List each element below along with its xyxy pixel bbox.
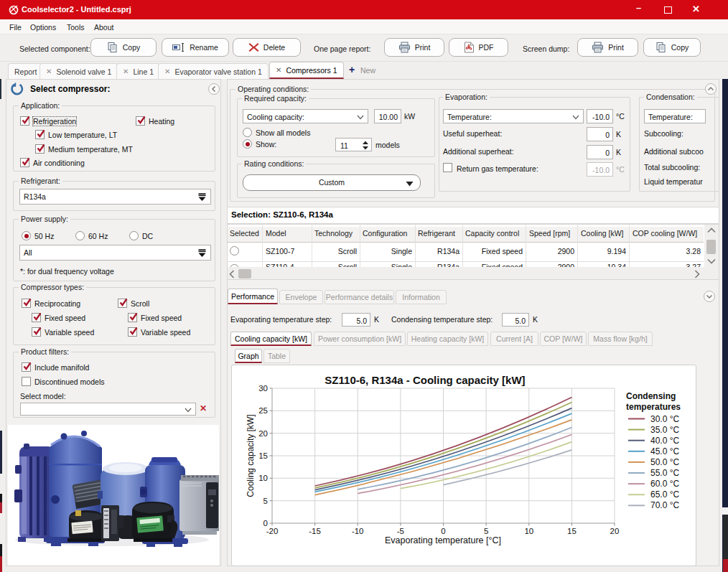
svg-text:30.0 °C: 30.0 °C (650, 414, 679, 424)
svg-text:15: 15 (258, 451, 268, 460)
svg-text:45.0 °C: 45.0 °C (650, 446, 679, 456)
svg-text:SZ110-6, R134a - Cooling capac: SZ110-6, R134a - Cooling capacity [kW] (325, 374, 525, 386)
svg-text:-5: -5 (397, 527, 404, 535)
svg-text:65.0 °C: 65.0 °C (650, 489, 679, 500)
svg-text:5: 5 (263, 497, 268, 505)
svg-text:55.0 °C: 55.0 °C (650, 468, 679, 478)
svg-text:25: 25 (258, 406, 268, 415)
svg-text:-20: -20 (266, 527, 279, 535)
svg-text:60.0 °C: 60.0 °C (650, 479, 679, 489)
svg-text:-10: -10 (352, 527, 364, 535)
svg-text:15: 15 (567, 527, 577, 535)
svg-text:40.0 °C: 40.0 °C (650, 436, 679, 446)
svg-text:Evaporating temperature [°C]: Evaporating temperature [°C] (385, 535, 501, 545)
svg-text:10: 10 (258, 474, 268, 482)
svg-text:20: 20 (610, 527, 620, 535)
svg-text:70.0 °C: 70.0 °C (650, 500, 679, 510)
svg-text:35.0 °C: 35.0 °C (650, 425, 679, 435)
svg-text:0: 0 (441, 527, 445, 535)
svg-text:20: 20 (258, 429, 268, 438)
svg-text:30: 30 (258, 384, 268, 393)
svg-text:-15: -15 (309, 527, 321, 535)
svg-text:temperatures: temperatures (626, 402, 681, 412)
svg-text:5: 5 (484, 527, 488, 535)
svg-text:Cooling capacity [kW]: Cooling capacity [kW] (246, 414, 256, 497)
svg-text:50.0 °C: 50.0 °C (650, 457, 679, 467)
svg-text:Condensing: Condensing (626, 391, 676, 401)
svg-text:10: 10 (524, 527, 533, 535)
